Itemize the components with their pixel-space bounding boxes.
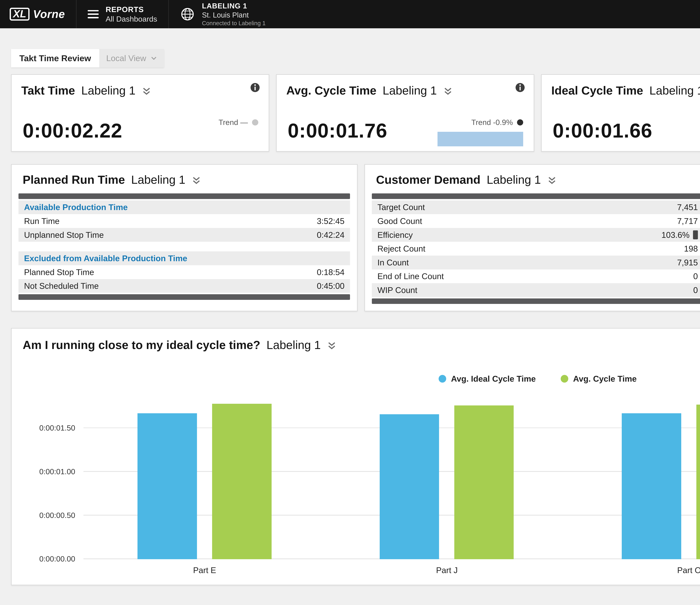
kpi-title: Takt Time Labeling 1 [21, 84, 259, 97]
expand-icon[interactable] [142, 87, 151, 96]
table-row: Run Time 3:52:45 [19, 214, 350, 228]
chart-category-label: Part J [326, 559, 568, 575]
table-row: Target Count 7,451 [372, 200, 700, 214]
table-row: Reject Count 198 [372, 242, 700, 256]
chart-bar[interactable] [622, 413, 681, 559]
chart-bar[interactable] [380, 414, 439, 559]
row-value: 7,451 [677, 202, 698, 212]
info-icon[interactable] [250, 82, 260, 93]
chart-body: 0:00:00.000:00:00.500:00:01.000:00:01.50 [23, 393, 700, 559]
row-label: WIP Count [377, 285, 417, 295]
detail-panels-row: Planned Run Time Labeling 1 Available Pr… [11, 164, 700, 312]
trend-dot-icon [252, 119, 258, 125]
row-value: 198 [684, 244, 698, 253]
view-selector[interactable]: Local View [99, 49, 164, 67]
chevron-down-icon [150, 55, 157, 62]
expand-icon[interactable] [547, 176, 557, 185]
chart-bar[interactable] [138, 413, 197, 559]
row-value: 0 [693, 271, 698, 281]
row-value: 0:42:24 [317, 230, 345, 240]
row-label: Unplanned Stop Time [24, 230, 104, 240]
legend-item-avg-cycle-time[interactable]: Avg. Cycle Time [561, 374, 637, 384]
table-group-row[interactable]: Excluded from Available Production Time [19, 251, 350, 265]
group-link[interactable]: Available Production Time [24, 202, 128, 212]
chart-bar[interactable] [454, 406, 514, 559]
row-value: 0 [693, 285, 698, 295]
legend-dot [561, 375, 568, 383]
row-value: 0:45:00 [317, 281, 345, 291]
table-bottom-bar [19, 294, 350, 300]
kpi-title-text: Avg. Cycle Time [286, 84, 376, 97]
chart-title-text: Am I running close to my ideal cycle tim… [23, 338, 260, 352]
row-label: End of Line Count [377, 271, 444, 281]
chart-y-tick-label: 0:00:01.00 [39, 467, 75, 476]
chart-bar[interactable] [696, 405, 700, 559]
kpi-title-text: Takt Time [21, 84, 75, 97]
kpi-title: Avg. Cycle Time Labeling 1 [286, 84, 524, 97]
row-label: Not Scheduled Time [24, 281, 99, 291]
nav-title: REPORTS [106, 5, 157, 14]
view-selector-label: Local View [106, 53, 146, 63]
kpi-trend-text: Trend -0.9% [471, 118, 513, 127]
chart-groups [83, 393, 700, 559]
table-row: WIP Count 0 [372, 283, 700, 297]
chart-title: Am I running close to my ideal cycle tim… [23, 338, 700, 352]
tab-takt-time-review[interactable]: Takt Time Review [11, 49, 99, 67]
kpi-trend: Trend — [219, 115, 258, 127]
legend-item-ideal-cycle-time[interactable]: Avg. Ideal Cycle Time [439, 374, 536, 384]
reports-menu-text: REPORTS All Dashboards [106, 5, 157, 23]
legend-label: Avg. Ideal Cycle Time [451, 374, 536, 384]
kpi-scope: Labeling 1 [383, 84, 437, 97]
table-row: Unplanned Stop Time 0:42:24 [19, 228, 350, 242]
chart-scope: Labeling 1 [267, 338, 321, 352]
panel-scope: Labeling 1 [486, 173, 541, 187]
nav-subtitle: All Dashboards [106, 15, 157, 23]
info-icon[interactable] [515, 82, 525, 93]
table-row: Not Scheduled Time 0:45:00 [19, 279, 350, 293]
panel-title-text: Planned Run Time [23, 173, 125, 187]
brand-xl-mark: XL [10, 8, 29, 21]
reports-menu[interactable]: REPORTS All Dashboards [76, 0, 168, 28]
app-header: XL Vorne REPORTS All Dashboards LABELING… [0, 0, 700, 28]
kpi-trend-text: Trend — [219, 118, 248, 127]
legend-dot [439, 375, 446, 383]
row-label: In Count [377, 258, 409, 267]
dashboard-tabs: Takt Time Review Local View [11, 49, 700, 67]
kpi-card-avg-cycle-time: Avg. Cycle Time Labeling 1 Trend -0.9% 0… [276, 74, 534, 152]
tab-group: Takt Time Review Local View [11, 49, 164, 67]
chart-legend: Avg. Ideal Cycle Time Avg. Cycle Time [23, 374, 700, 384]
device-selector[interactable]: LABELING 1 St. Louis Plant Connected to … [168, 0, 277, 28]
device-plant: St. Louis Plant [202, 11, 266, 19]
panel-title: Planned Run Time Labeling 1 [19, 173, 350, 187]
kpi-scope: Labeling 1 [81, 84, 135, 97]
brand-name: Vorne [33, 8, 65, 21]
table-bottom-bar [372, 298, 700, 304]
chart-y-tick-label: 0:00:01.50 [39, 424, 75, 432]
device-info: LABELING 1 St. Louis Plant Connected to … [202, 2, 266, 27]
chart-y-tick-label: 0:00:00.50 [39, 511, 75, 520]
expand-icon[interactable] [327, 341, 336, 350]
kpi-title: Ideal Cycle Time Labeling 1 [551, 84, 700, 97]
table-top-bar [372, 193, 700, 199]
expand-icon[interactable] [443, 87, 453, 96]
row-label: Planned Stop Time [24, 267, 94, 277]
menu-icon[interactable] [88, 10, 99, 18]
row-label: Good Count [377, 216, 422, 226]
row-value: 3:52:45 [317, 216, 345, 226]
panel-title-text: Customer Demand [376, 173, 480, 187]
chart-bar[interactable] [212, 404, 272, 559]
chart-category-label: Part E [83, 559, 326, 575]
section-gap [19, 242, 350, 251]
row-label: Efficiency [377, 230, 413, 240]
panel-planned-run-time: Planned Run Time Labeling 1 Available Pr… [11, 164, 357, 312]
row-value: 103.6% [661, 230, 690, 240]
table-group-row[interactable]: Available Production Time [19, 200, 350, 214]
trend-sparkline [438, 132, 523, 146]
chart-y-tick-label: 0:00:00.00 [39, 554, 75, 563]
panel-title: Customer Demand Labeling 1 [372, 173, 700, 187]
chart-bar-group [326, 393, 568, 559]
group-link[interactable]: Excluded from Available Production Time [24, 253, 187, 263]
expand-icon[interactable] [192, 176, 201, 185]
globe-icon [180, 6, 195, 22]
table-row: Efficiency 103.6% [372, 228, 700, 242]
